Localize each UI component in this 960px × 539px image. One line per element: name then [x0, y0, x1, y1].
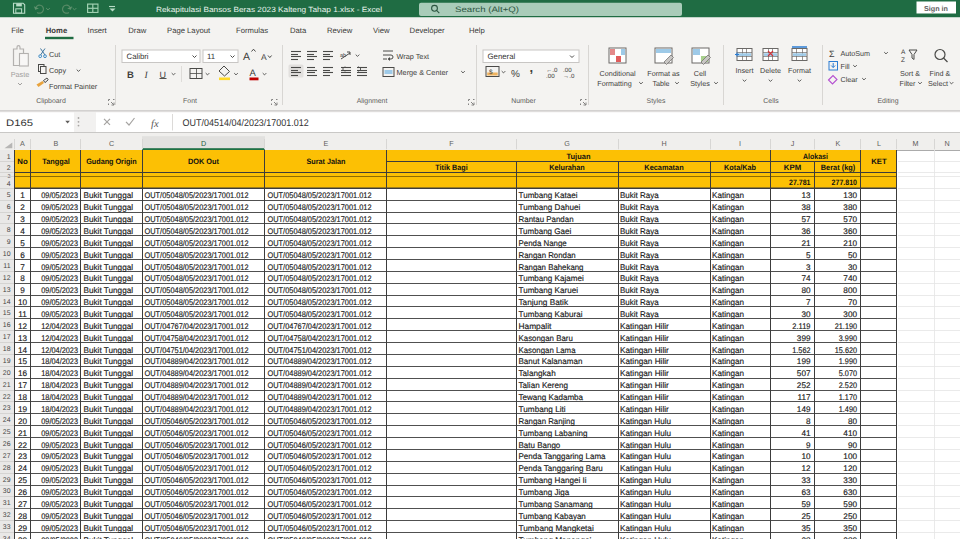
svg-text:3: 3	[20, 215, 25, 224]
svg-text:OUT/05046/05/2023/17001.012: OUT/05046/05/2023/17001.012	[145, 536, 249, 539]
svg-text:Bukit Tunggal: Bukit Tunggal	[84, 334, 134, 343]
svg-text:09/05/2023: 09/05/2023	[41, 298, 78, 307]
svg-text:OUT/04514/04/2023/17001.012: OUT/04514/04/2023/17001.012	[183, 118, 309, 129]
svg-text:B: B	[54, 139, 59, 148]
svg-text:199: 199	[797, 357, 811, 366]
svg-text:OUT/05046/05/2023/17001.012: OUT/05046/05/2023/17001.012	[268, 512, 372, 521]
svg-text:OUT/04889/04/2023/17001.012: OUT/04889/04/2023/17001.012	[145, 405, 249, 414]
svg-text:12/04/2023: 12/04/2023	[41, 322, 78, 331]
svg-text:L: L	[877, 139, 881, 148]
svg-text:33: 33	[801, 476, 811, 485]
svg-text:09/05/2023: 09/05/2023	[41, 441, 78, 450]
svg-text:360: 360	[843, 227, 857, 236]
svg-text:Bukit Tunggal: Bukit Tunggal	[84, 464, 134, 473]
svg-text:Bukit Raya: Bukit Raya	[620, 298, 659, 307]
svg-text:300: 300	[843, 310, 857, 319]
svg-text:Tumbang Liti: Tumbang Liti	[519, 405, 566, 414]
svg-text:120: 120	[843, 464, 857, 473]
svg-text:12: 12	[3, 275, 11, 282]
svg-text:13: 13	[18, 334, 28, 343]
svg-text:7: 7	[20, 263, 25, 272]
svg-text:33: 33	[3, 524, 11, 531]
svg-text:OUT/05048/05/2023/17001.012: OUT/05048/05/2023/17001.012	[145, 298, 249, 307]
svg-text:1: 1	[7, 154, 11, 161]
svg-text:G: G	[564, 139, 570, 148]
svg-text:OUT/04767/04/2023/17001.012: OUT/04767/04/2023/17001.012	[268, 322, 372, 331]
svg-text:OUT/05048/05/2023/17001.012: OUT/05048/05/2023/17001.012	[145, 239, 249, 248]
svg-text:OUT/05048/05/2023/17001.012: OUT/05048/05/2023/17001.012	[145, 215, 249, 224]
svg-text:25: 25	[3, 429, 11, 436]
svg-text:OUT/04889/04/2023/17001.012: OUT/04889/04/2023/17001.012	[268, 405, 372, 414]
svg-text:Z: Z	[901, 57, 905, 64]
svg-text:OUT/05046/05/2023/17001.012: OUT/05046/05/2023/17001.012	[268, 417, 372, 426]
svg-text:21: 21	[3, 382, 11, 389]
svg-text:6: 6	[20, 251, 25, 260]
svg-text:ab: ab	[340, 53, 346, 59]
svg-text:149: 149	[797, 405, 811, 414]
svg-text:507: 507	[797, 369, 811, 378]
svg-text:OUT/05046/05/2023/17001.012: OUT/05046/05/2023/17001.012	[268, 441, 372, 450]
svg-text:29: 29	[3, 477, 11, 484]
svg-text:11: 11	[3, 263, 10, 270]
svg-text:13: 13	[3, 287, 11, 294]
svg-text:Bukit Tunggal: Bukit Tunggal	[84, 227, 134, 236]
svg-text:Rangan Ranjing: Rangan Ranjing	[519, 417, 576, 426]
svg-text:OUT/04889/04/2023/17001.012: OUT/04889/04/2023/17001.012	[268, 369, 372, 378]
svg-text:30: 30	[848, 263, 858, 272]
svg-text:OUT/05048/05/2023/17001.012: OUT/05048/05/2023/17001.012	[268, 298, 372, 307]
svg-text:Editing: Editing	[877, 98, 898, 105]
svg-text:A: A	[901, 49, 906, 56]
svg-text:Tumbang Kaburai: Tumbang Kaburai	[519, 310, 583, 319]
svg-text:15: 15	[3, 310, 11, 317]
svg-text:18/04/2023: 18/04/2023	[41, 369, 78, 378]
svg-text:OUT/05046/05/2023/17001.012: OUT/05046/05/2023/17001.012	[145, 512, 249, 521]
svg-text:H: H	[661, 139, 666, 148]
svg-text:KET: KET	[871, 157, 887, 166]
svg-text:OUT/05048/05/2023/17001.012: OUT/05048/05/2023/17001.012	[268, 203, 372, 212]
svg-text:OUT/05046/05/2023/17001.012: OUT/05046/05/2023/17001.012	[145, 524, 249, 533]
svg-text:Katingan Hulu: Katingan Hulu	[620, 512, 671, 521]
svg-text:A: A	[20, 139, 25, 148]
svg-text:Batu Bango: Batu Bango	[519, 441, 561, 450]
svg-text:Conditional: Conditional	[600, 69, 636, 78]
svg-text:Review: Review	[327, 26, 353, 35]
svg-text:30: 30	[3, 488, 11, 495]
svg-text:24: 24	[3, 417, 11, 424]
svg-text:Number: Number	[511, 98, 536, 105]
svg-text:E: E	[324, 139, 329, 148]
svg-text:Katingan: Katingan	[712, 227, 744, 236]
svg-text:19: 19	[18, 405, 28, 414]
svg-text:Cut: Cut	[49, 50, 60, 59]
svg-text:J: J	[791, 139, 795, 148]
svg-text:12/04/2023: 12/04/2023	[41, 334, 78, 343]
svg-text:20: 20	[18, 417, 28, 426]
svg-text:5: 5	[806, 251, 811, 260]
svg-text:22: 22	[18, 441, 28, 450]
svg-text:Delete: Delete	[760, 66, 781, 75]
svg-text:280: 280	[843, 536, 857, 539]
svg-text:%: %	[511, 69, 520, 80]
svg-text:277.810: 277.810	[832, 178, 858, 187]
svg-text:Katingan: Katingan	[712, 286, 744, 295]
svg-text:35: 35	[801, 524, 811, 533]
svg-text:OUT/05048/05/2023/17001.012: OUT/05048/05/2023/17001.012	[145, 263, 249, 272]
svg-text:I: I	[739, 139, 741, 148]
svg-text:OUT/05048/05/2023/17001.012: OUT/05048/05/2023/17001.012	[268, 239, 372, 248]
svg-text:Penda Tanggaring Lama: Penda Tanggaring Lama	[519, 452, 606, 461]
svg-text:Find &: Find &	[930, 69, 951, 78]
svg-text:Bukit Tunggal: Bukit Tunggal	[84, 310, 134, 319]
svg-text:Katingan: Katingan	[712, 346, 744, 355]
svg-text:Tumbang Gaei: Tumbang Gaei	[519, 227, 572, 236]
svg-text:09/05/2023: 09/05/2023	[41, 452, 78, 461]
svg-text:Merge & Center: Merge & Center	[397, 68, 449, 77]
svg-text:OUT/05048/05/2023/17001.012: OUT/05048/05/2023/17001.012	[145, 203, 249, 212]
svg-text:A: A	[243, 51, 250, 63]
svg-text:OUT/05048/05/2023/17001.012: OUT/05048/05/2023/17001.012	[268, 227, 372, 236]
svg-text:Bukit Tunggal: Bukit Tunggal	[84, 429, 134, 438]
svg-text:Katingan Hulu: Katingan Hulu	[620, 417, 671, 426]
svg-text:Katingan Hulu: Katingan Hulu	[620, 452, 671, 461]
svg-text:Bukit Tunggal: Bukit Tunggal	[84, 393, 134, 402]
svg-text:OUT/04758/04/2023/17001.012: OUT/04758/04/2023/17001.012	[268, 334, 372, 343]
svg-text:23: 23	[18, 452, 28, 461]
svg-text:OUT/05048/05/2023/17001.012: OUT/05048/05/2023/17001.012	[145, 286, 249, 295]
